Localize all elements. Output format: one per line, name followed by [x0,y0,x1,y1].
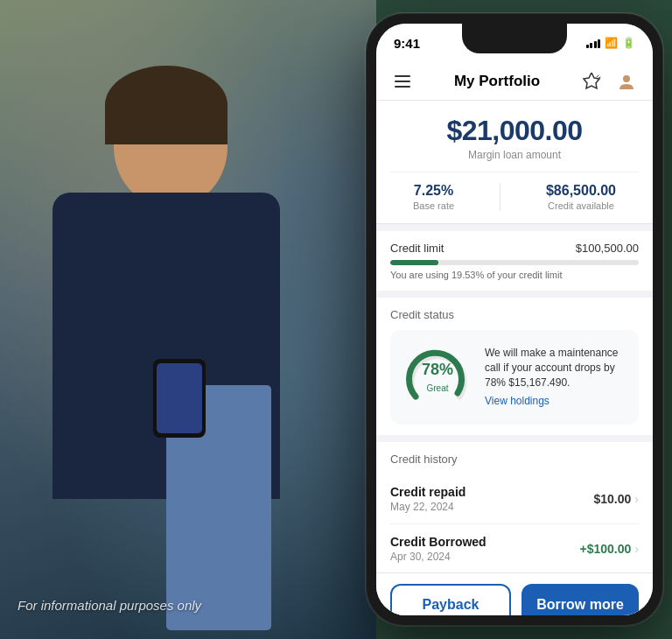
hamburger-icon[interactable] [390,69,415,94]
stats-row: 7.25% Base rate $86,500.00 Credit availa… [390,172,639,211]
history-item-left: Credit Borrowed Apr 30, 2024 [390,535,486,563]
credit-status-title: Credit status [390,308,639,321]
gauge-percent: 78% [422,361,453,379]
history-item-left: Credit repaid May 22, 2024 [390,485,466,513]
nav-bar: My Portfolio [376,62,653,101]
credit-available-label: Credit available [546,200,616,211]
borrow-more-button[interactable]: Borrow more [522,584,639,615]
base-rate-label: Base rate [413,200,454,211]
status-time: 9:41 [394,36,420,51]
svg-rect-0 [395,75,410,77]
view-holdings-link[interactable]: View holdings [485,394,626,409]
credit-limit-label: Credit limit [390,242,444,255]
gauge-text: 78% Great [422,361,453,395]
wifi-icon: 📶 [605,37,618,49]
history-item-title: Credit Borrowed [390,535,486,549]
stat-divider [500,183,500,211]
history-item-amount: +$100.00 [580,542,632,556]
action-buttons: Payback Borrow more [376,572,653,615]
gauge-label: Great [426,383,448,393]
base-rate-stat: 7.25% Base rate [413,183,454,211]
svg-point-3 [623,75,630,82]
history-item-title: Credit repaid [390,485,466,499]
background-photo [0,0,376,639]
watermark-text: For informational purposes only [18,598,201,613]
credit-progress-bar [390,260,639,265]
phone-frame: 9:41 📶 🔋 [366,13,663,626]
credit-available-value: $86,500.00 [546,183,616,199]
credit-history-title: Credit history [390,453,639,466]
credit-limit-header: Credit limit $100,500.00 [390,242,639,255]
status-notch [462,24,567,53]
phone-screen: 9:41 📶 🔋 [376,24,653,615]
credit-status-card: 78% Great We will make a maintenance cal… [390,330,639,425]
svg-rect-1 [395,81,410,82]
history-item-right: $10.00 › [594,492,640,506]
history-item-right: +$100.00 › [580,542,639,556]
credit-available-stat: $86,500.00 Credit available [546,183,616,211]
phone-device: 9:41 📶 🔋 [366,13,663,626]
chevron-right-icon: › [634,492,639,506]
credit-limit-value: $100,500.00 [576,242,639,255]
credit-limit-section: Credit limit $100,500.00 You are using 1… [376,231,653,291]
profile-icon[interactable] [614,69,639,94]
person-hair [105,66,228,144]
credit-status-description: We will make a maintenance call if your … [485,346,626,408]
gauge-container: 78% Great [402,342,472,412]
credit-status-message: We will make a maintenance call if your … [485,347,619,389]
chevron-right-icon: › [634,542,639,556]
history-item-date: Apr 30, 2024 [390,551,486,563]
main-amount: $21,000.00 [390,115,639,147]
credit-progress-fill [390,260,438,265]
nav-title: My Portfolio [454,73,540,90]
person-torso [52,193,280,499]
credit-history-section: Credit history Credit repaid May 22, 202… [376,442,653,572]
amount-label: Margin loan amount [390,149,639,161]
person-phone [153,359,206,438]
status-icons: 📶 🔋 [586,37,636,49]
notification-icon[interactable] [579,69,604,94]
credit-usage-text: You are using 19.53% of your credit limi… [390,270,639,280]
credit-status-section: Credit status 78% Great [376,298,653,435]
history-item[interactable]: Credit Borrowed Apr 30, 2024 +$100.00 › [390,524,639,572]
signal-bars-icon [586,38,601,48]
base-rate-value: 7.25% [413,183,454,199]
history-item-date: May 22, 2024 [390,501,466,513]
status-bar: 9:41 📶 🔋 [376,24,653,62]
nav-action-icons [579,69,639,94]
payback-button[interactable]: Payback [390,584,511,615]
screen-content: $21,000.00 Margin loan amount 7.25% Base… [376,101,653,572]
person-illustration [0,26,376,639]
history-item-amount: $10.00 [594,492,632,506]
history-item[interactable]: Credit repaid May 22, 2024 $10.00 › [390,474,639,524]
svg-rect-2 [395,86,410,88]
amount-section: $21,000.00 Margin loan amount 7.25% Base… [376,101,653,224]
battery-icon: 🔋 [622,37,635,49]
